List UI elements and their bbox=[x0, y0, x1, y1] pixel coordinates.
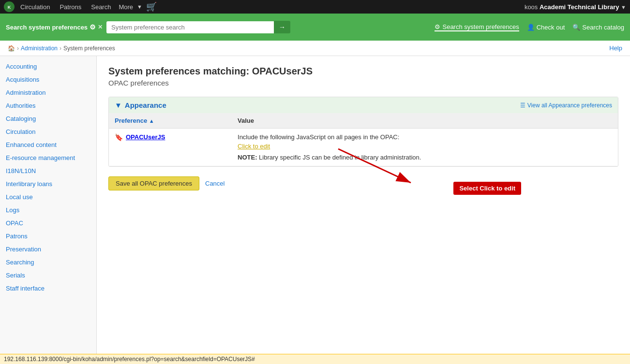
system-search-bar: Search system preferences ⚙ ✕ → ⚙ Search… bbox=[0, 14, 630, 41]
main-content: System preferences matching: OPACUserJS … bbox=[97, 56, 630, 364]
sidebar-item-serials[interactable]: Serials bbox=[0, 269, 96, 282]
sidebar-item-staff[interactable]: Staff interface bbox=[0, 282, 96, 295]
col-value: Value bbox=[232, 113, 618, 129]
appearance-section: ▼ Appearance ☰ View all Appearance prefe… bbox=[108, 97, 618, 167]
sidebar-item-administration[interactable]: Administration bbox=[0, 86, 96, 99]
list-icon: ☰ bbox=[520, 102, 525, 109]
user-info: koos Academi Technical Library ▼ bbox=[525, 3, 626, 11]
click-to-edit-link[interactable]: Click to edit bbox=[238, 143, 270, 150]
collapse-icon: ▼ bbox=[115, 101, 122, 109]
nav-more-dropdown[interactable]: More bbox=[117, 3, 135, 11]
sidebar-item-preservation[interactable]: Preservation bbox=[0, 243, 96, 256]
home-link[interactable]: 🏠 bbox=[8, 45, 15, 52]
status-bar: 192.168.116.139:8000/cgi-bin/koha/admin/… bbox=[0, 354, 630, 364]
page-layout: Accounting Acquisitions Administration A… bbox=[0, 56, 630, 364]
search-go-button[interactable]: → bbox=[274, 21, 290, 33]
sidebar-item-i18n[interactable]: I18N/L10N bbox=[0, 164, 96, 177]
admin-link[interactable]: Administration bbox=[21, 45, 58, 52]
system-search-input[interactable] bbox=[106, 21, 274, 33]
header-actions: ⚙ Search system preferences 👤 Check out … bbox=[435, 23, 624, 31]
sidebar-item-accounting[interactable]: Accounting bbox=[0, 60, 96, 73]
search-input-wrap: → bbox=[106, 21, 290, 33]
app-logo: K bbox=[4, 1, 15, 12]
sidebar-item-enhanced-content[interactable]: Enhanced content bbox=[0, 138, 96, 151]
pref-note: NOTE: Library specific JS can be defined… bbox=[238, 154, 612, 161]
sidebar-item-cataloging[interactable]: Cataloging bbox=[0, 112, 96, 125]
sidebar-item-eresource[interactable]: E-resource management bbox=[0, 151, 96, 164]
search-bar-label: Search system preferences ⚙ ✕ bbox=[6, 23, 103, 31]
breadcrumb-sep2: › bbox=[60, 45, 61, 52]
breadcrumb-sep1: › bbox=[17, 45, 19, 52]
checkout-link[interactable]: 👤 Check out bbox=[527, 24, 565, 31]
breadcrumb: 🏠 › Administration › System preferences … bbox=[0, 41, 630, 56]
pref-name-cell: 🔖 OPACUserJS bbox=[109, 129, 232, 166]
table-row: 🔖 OPACUserJS Include the following JavaS… bbox=[109, 129, 618, 166]
nav-patrons[interactable]: Patrons bbox=[56, 3, 85, 11]
sidebar-item-logs[interactable]: Logs bbox=[0, 204, 96, 217]
sidebar-item-opac[interactable]: OPAC bbox=[0, 217, 96, 230]
help-link[interactable]: Help bbox=[609, 44, 622, 52]
section-header: ▼ Appearance ☰ View all Appearance prefe… bbox=[109, 97, 618, 113]
sidebar-item-ill[interactable]: Interlibrary loans bbox=[0, 177, 96, 190]
pref-value-cell: Include the following JavaScript on all … bbox=[232, 129, 618, 166]
sidebar-item-searching[interactable]: Searching bbox=[0, 256, 96, 269]
bookmark-icon: 🔖 bbox=[115, 133, 123, 141]
sidebar-item-circulation[interactable]: Circulation bbox=[0, 125, 96, 138]
top-navigation: K Circulation Patrons Search More ▼ 🛒 ko… bbox=[0, 0, 630, 14]
pref-description: Include the following JavaScript on all … bbox=[238, 133, 399, 141]
section-title: ▼ Appearance bbox=[115, 101, 166, 109]
sidebar-item-local-use[interactable]: Local use bbox=[0, 190, 96, 204]
nav-search[interactable]: Search bbox=[87, 3, 115, 11]
svg-text:K: K bbox=[8, 5, 11, 10]
gear-icon: ⚙ bbox=[435, 23, 440, 30]
save-button[interactable]: Save all OPAC preferences bbox=[108, 176, 199, 190]
annotation-label: Select Click to edit bbox=[453, 182, 521, 195]
sidebar-item-authorities[interactable]: Authorities bbox=[0, 99, 96, 112]
cancel-button[interactable]: Cancel bbox=[205, 180, 225, 187]
user-icon: 👤 bbox=[527, 24, 535, 31]
button-row: Save all OPAC preferences Cancel bbox=[108, 176, 618, 190]
search-catalog-link[interactable]: 🔍 Search catalog bbox=[572, 24, 624, 31]
search-system-prefs-link[interactable]: ⚙ Search system preferences bbox=[435, 23, 519, 31]
page-title: System preferences matching: OPACUserJS bbox=[108, 66, 618, 77]
pref-name-link[interactable]: OPACUserJS bbox=[126, 133, 165, 141]
view-all-link[interactable]: ☰ View all Appearance preferences bbox=[520, 102, 612, 109]
sidebar: Accounting Acquisitions Administration A… bbox=[0, 56, 97, 364]
pref-name: 🔖 OPACUserJS bbox=[115, 133, 226, 141]
status-url: 192.168.116.139:8000/cgi-bin/koha/admin/… bbox=[4, 356, 255, 363]
preferences-table: Preference ▲ Value 🔖 OPACUserJS bbox=[109, 113, 618, 166]
sidebar-item-patrons[interactable]: Patrons bbox=[0, 230, 96, 243]
search-icon: 🔍 bbox=[572, 24, 580, 31]
col-preference: Preference ▲ bbox=[109, 113, 232, 129]
breadcrumb-current: System preferences bbox=[63, 45, 115, 52]
sidebar-item-acquisitions[interactable]: Acquisitions bbox=[0, 73, 96, 86]
page-subtitle: OPAC preferences bbox=[108, 79, 618, 87]
nav-circulation[interactable]: Circulation bbox=[16, 3, 54, 11]
